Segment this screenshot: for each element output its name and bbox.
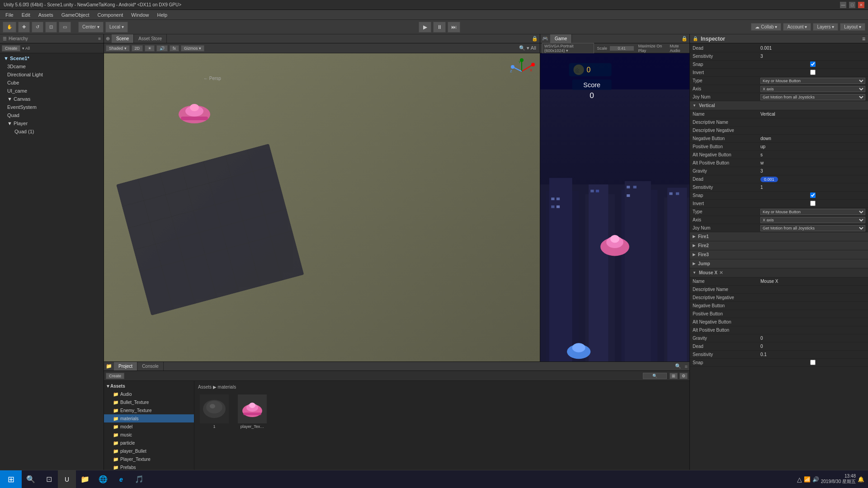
section-vertical[interactable]: ▼ Vertical xyxy=(690,101,868,110)
value-snap-1[interactable] xyxy=(760,61,865,68)
audio-button[interactable]: 🔊 xyxy=(156,45,168,52)
project-create-button[interactable]: Create xyxy=(106,373,124,379)
section-fire2[interactable]: ▶ Fire2 xyxy=(690,241,868,250)
taskbar-network-icon[interactable]: 📶 xyxy=(804,476,811,483)
scene-search-icon[interactable]: 🔍 ▾ All xyxy=(519,45,536,51)
collab-button[interactable]: ☁ Collab ▾ xyxy=(751,23,781,31)
menu-assets[interactable]: Assets xyxy=(35,11,57,19)
play-button[interactable]: ▶ xyxy=(419,22,431,33)
move-tool-button[interactable]: ✚ xyxy=(18,22,30,33)
project-settings-button[interactable]: ⚙ xyxy=(679,373,688,379)
value-gravity-mousex[interactable]: 0 xyxy=(760,336,865,341)
value-dead-mousex[interactable]: 0 xyxy=(760,344,865,349)
section-fire3[interactable]: ▶ Fire3 xyxy=(690,250,868,259)
type-dropdown-1[interactable]: Key or Mouse Button xyxy=(760,78,865,84)
invert-checkbox-1[interactable] xyxy=(760,70,865,75)
rotate-tool-button[interactable]: ↺ xyxy=(32,22,43,33)
invert-checkbox-vert[interactable] xyxy=(760,201,865,206)
folder-bullet-texture[interactable]: 📁Bullet_Texture xyxy=(104,398,194,406)
project-view-toggle[interactable]: ⊞ xyxy=(670,373,678,379)
game-resolution[interactable]: WSVGA Portrait (600x1024) ▾ xyxy=(542,43,594,54)
local-global-button[interactable]: Local ▾ xyxy=(105,22,128,33)
value-negbtn-vert[interactable]: down xyxy=(760,136,865,141)
hierarchy-item-3dcame[interactable]: 3Dcame xyxy=(0,62,104,70)
project-lock-icon[interactable]: ≡ xyxy=(683,364,689,369)
hierarchy-item-quad1[interactable]: Quad (1) xyxy=(0,127,104,136)
tab-console[interactable]: Console xyxy=(137,362,164,371)
pause-button[interactable]: ⏸ xyxy=(433,22,446,33)
taskbar-search[interactable]: 🔍 xyxy=(22,470,40,488)
taskbar-system-tray[interactable]: △ xyxy=(797,476,802,483)
gizmos-button[interactable]: Gizmos ▾ xyxy=(181,45,204,52)
value-gravity-vert[interactable]: 3 xyxy=(760,169,865,174)
tab-game[interactable]: Game xyxy=(550,34,572,43)
hierarchy-item-uicame[interactable]: UI_came xyxy=(0,87,104,95)
close-button[interactable]: ✕ xyxy=(858,2,864,8)
project-search-icon[interactable]: 🔍 xyxy=(673,363,683,369)
lighting-button[interactable]: ☀ xyxy=(145,45,155,52)
value-sensitivity-1[interactable]: 3 xyxy=(760,54,865,59)
type-dropdown-vert[interactable]: Key or Mouse Button xyxy=(760,209,865,215)
hierarchy-item-scene1[interactable]: ▼ Scene1* xyxy=(0,54,104,62)
maximize-toggle[interactable]: Maximize On Play xyxy=(638,44,667,53)
scale-slider[interactable]: 0.41 xyxy=(610,46,634,51)
account-button[interactable]: Account ▾ xyxy=(783,23,811,31)
hierarchy-menu-icon[interactable]: ≡ xyxy=(98,36,101,41)
step-button[interactable]: ⏭ xyxy=(448,22,460,33)
project-search-bar[interactable]: 🔍 xyxy=(643,373,667,379)
folder-materials[interactable]: 📁materials xyxy=(104,414,194,422)
inspector-menu-icon[interactable]: ≡ xyxy=(862,36,865,42)
folder-player-bullet[interactable]: 📁player_Bullet xyxy=(104,447,194,455)
hand-tool-button[interactable]: ✋ xyxy=(3,22,16,33)
mousex-close[interactable]: ✕ xyxy=(719,270,723,275)
layers-button[interactable]: Layers ▾ xyxy=(813,23,838,31)
menu-help[interactable]: Help xyxy=(153,11,171,19)
hierarchy-item-eventsystem[interactable]: EventSystem xyxy=(0,103,104,111)
game-lock-icon[interactable]: 🔒 xyxy=(679,36,689,42)
snap-checkbox-mousex[interactable] xyxy=(760,360,865,365)
menu-gameobject[interactable]: GameObject xyxy=(58,11,93,19)
value-posbtn-vert[interactable]: up xyxy=(760,144,865,149)
folder-audio[interactable]: 📁Audio xyxy=(104,390,194,398)
asset-material-player[interactable]: player_Tex… xyxy=(234,394,270,430)
tab-project[interactable]: Project xyxy=(114,362,137,371)
center-pivot-button[interactable]: Center ▾ xyxy=(78,22,104,33)
hierarchy-item-directionallight[interactable]: Directional Light xyxy=(0,70,104,79)
hierarchy-item-canvas[interactable]: ▼ Canvas xyxy=(0,95,104,103)
section-mousex[interactable]: ▼ Mouse X ✕ xyxy=(690,268,868,277)
menu-edit[interactable]: Edit xyxy=(18,11,34,19)
value-invert-1[interactable] xyxy=(760,70,865,76)
2d-button[interactable]: 2D xyxy=(132,45,143,52)
asset-material-1[interactable]: 1 xyxy=(196,394,232,430)
hierarchy-item-cube[interactable]: Cube xyxy=(0,79,104,87)
value-sensitivity-mousex[interactable]: 0.1 xyxy=(760,352,865,357)
value-altnegbtn-vert[interactable]: s xyxy=(760,152,865,157)
maximize-button[interactable]: □ xyxy=(849,2,855,8)
value-snap-vert[interactable] xyxy=(760,192,865,199)
taskbar-unity[interactable]: U xyxy=(58,470,76,488)
layout-button[interactable]: Layout ▾ xyxy=(840,23,865,31)
tab-scene[interactable]: Scene xyxy=(112,34,134,43)
shaded-button[interactable]: Shaded ▾ xyxy=(106,45,130,52)
hierarchy-search[interactable]: ▾ All xyxy=(22,46,30,51)
taskbar-taskview[interactable]: ⊡ xyxy=(40,470,58,488)
taskbar-explorer[interactable]: 📁 xyxy=(76,470,94,488)
taskbar-browser[interactable]: 🌐 xyxy=(94,470,112,488)
taskbar-music[interactable]: 🎵 xyxy=(130,470,148,488)
rect-tool-button[interactable]: ▭ xyxy=(59,22,71,33)
value-dead-1[interactable]: 0.001 xyxy=(760,46,865,51)
section-jump[interactable]: ▶ Jump xyxy=(690,259,868,268)
mute-toggle[interactable]: Mute Audio xyxy=(670,44,688,53)
folder-model[interactable]: 📁model xyxy=(104,422,194,431)
snap-checkbox-vert[interactable] xyxy=(760,192,865,198)
value-sensitivity-vert[interactable]: 1 xyxy=(760,185,865,190)
joynum-dropdown-1[interactable]: Get Motion from all Joysticks xyxy=(760,94,865,100)
axis-dropdown-vert[interactable]: X axis xyxy=(760,217,865,223)
joynum-dropdown-vert[interactable]: Get Motion from all Joysticks xyxy=(760,225,865,231)
scene-lock-icon[interactable]: 🔒 xyxy=(530,36,540,42)
menu-window[interactable]: Window xyxy=(127,11,152,19)
project-root[interactable]: ▼ Assets xyxy=(104,382,194,390)
taskbar-ie[interactable]: e xyxy=(112,470,130,488)
axis-dropdown-1[interactable]: X axis xyxy=(760,86,865,92)
menu-component[interactable]: Component xyxy=(94,11,127,19)
